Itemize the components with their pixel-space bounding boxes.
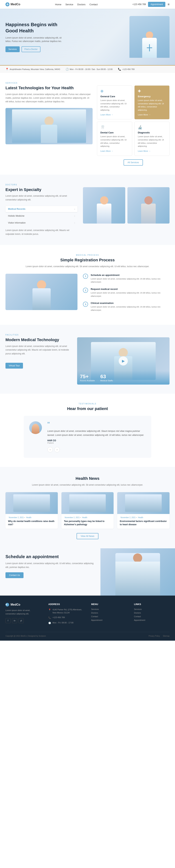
logo-text: MedCo — [10, 3, 20, 6]
view-all-button[interactable]: View All News — [77, 533, 98, 539]
news-card-0: November 2, 2021 • Health Why do mental … — [5, 492, 58, 529]
nav-link-contact[interactable]: Contact — [90, 3, 98, 6]
step-desc-2: Lorem ipsum dolor sit amet, consectetur … — [91, 291, 170, 298]
nav-phone: +123 456 789 — [132, 3, 146, 6]
menu-icon[interactable]: ≡ — [168, 3, 170, 6]
contact-us-button[interactable]: Contact Us — [5, 572, 24, 578]
all-services-button[interactable]: All Services — [124, 159, 143, 165]
news-meta-1: November 2, 2021 • Health — [64, 517, 111, 519]
news-image-0 — [5, 492, 58, 514]
diagnostic-learn-more[interactable]: Learn More → — [138, 150, 151, 152]
footer-logo-text: MedCo — [10, 603, 20, 606]
doctor-image-2 — [127, 187, 170, 223]
prev-testimonial[interactable]: ‹ — [47, 447, 53, 452]
linkedin-icon[interactable]: in — [12, 618, 17, 623]
footer-link-doctors[interactable]: Doctors — [134, 612, 170, 614]
emergency-title: Emergency — [138, 95, 166, 98]
nav-link-doctors[interactable]: Doctors — [77, 3, 85, 6]
tab-visitor-info[interactable]: Visitor Information › — [5, 220, 77, 226]
footer-sitemap-link[interactable]: Sitemap — [163, 635, 170, 637]
stat-rooms-label: Rooms Available — [80, 379, 95, 382]
tab-holistic-medicine[interactable]: Holistic Medicine › — [5, 213, 77, 219]
general-care-learn-more[interactable]: Learn More → — [100, 114, 113, 116]
step-number-3: 3 — [83, 302, 88, 307]
footer-menu-label: MENU — [91, 603, 127, 606]
news-desc: Lorem ipsum dolor sit amet, consectetur … — [5, 483, 170, 487]
footer-menu-contact[interactable]: Contact — [91, 615, 127, 618]
news-section: Health News Lorem ipsum dolor sit amet, … — [0, 467, 175, 548]
stat-staff-num: 63 — [100, 374, 113, 379]
next-testimonial[interactable]: › — [54, 447, 60, 452]
facebook-icon[interactable]: f — [5, 618, 10, 623]
footer-logo: MedCo — [5, 603, 41, 607]
general-care-icon: ⊕ — [100, 89, 129, 93]
diagnostic-title: Diagnostic — [138, 131, 166, 134]
news-title: Health News — [5, 476, 170, 481]
specialty-tabs: Medical Records › Holistic Medicine › Vi… — [5, 206, 77, 226]
footer-link-contact[interactable]: Contact — [134, 615, 170, 618]
services-layout: Latest Technologies for Your Health Lore… — [5, 86, 170, 165]
stat-rooms: 75+ Rooms Available — [80, 374, 95, 382]
footer-menu-services[interactable]: Services — [91, 608, 127, 610]
services-desc: Lorem ipsum dolor sit amet, consectetur … — [5, 93, 93, 103]
testimonials-label: TESTIMONIALS — [5, 403, 170, 405]
step-number-1: 1 — [83, 274, 88, 279]
news-meta-0: November 2, 2021 • Health — [8, 517, 55, 519]
find-doctor-button[interactable]: Find a Doctor — [22, 46, 41, 52]
appointment-cta-desc: Lorem ipsum dolor sit amet, consectetur … — [5, 562, 95, 569]
step-content-2: Request medical record Lorem ipsum dolor… — [91, 288, 170, 298]
hero-desc: Lorem ipsum dolor sit amet, consectetur … — [5, 36, 68, 43]
news-meta-2: November 2, 2021 • Health — [120, 517, 167, 519]
dental-learn-more[interactable]: Learn More → — [100, 150, 113, 152]
services-top-row: ⊕ General Care Lorem ipsum dolor sit ame… — [97, 86, 170, 119]
nav-logo[interactable]: MedCo — [5, 2, 20, 6]
step-title-1: Schedule an appointment — [91, 274, 170, 276]
news-content-0: November 2, 2021 • Health Why do mental … — [5, 514, 58, 529]
footer-link-appointment[interactable]: Appointment — [134, 619, 170, 621]
info-address: 📍 Amphitheatre Parkway, Mountain View, C… — [5, 68, 60, 71]
appointment-doctor-img — [116, 553, 160, 595]
tab-medical-records[interactable]: Medical Records › — [5, 206, 77, 212]
footer-address-1: 📞 +123 456 789 — [48, 616, 84, 619]
news-title-0[interactable]: Why do mental health conditions raise de… — [8, 520, 55, 526]
doctor-image-1 — [83, 187, 125, 223]
virtual-tour-button[interactable]: Virtual Tour — [5, 363, 23, 369]
info-hours: 🕐 Mon - Fri 08:00 - 16:00 / Sat - Sun 08… — [66, 68, 112, 71]
dental-desc: Lorem ipsum dolor sit amet, consectetur … — [100, 135, 129, 148]
footer-menu-doctors[interactable]: Doctors — [91, 612, 127, 614]
appointment-button[interactable]: Appointment — [148, 2, 165, 7]
footer: MedCo Lorem ipsum dolor sit amet, consec… — [0, 595, 175, 641]
play-button[interactable]: ▶ — [119, 356, 128, 366]
process-title: Simple Registration Process — [5, 257, 170, 263]
services-bottom-row: 🦷 Dental Care Lorem ipsum dolor sit amet… — [97, 122, 170, 156]
stat-staff: 63 Medical Staffs — [100, 374, 113, 382]
footer-privacy-link[interactable]: Privacy Policy — [149, 635, 160, 637]
process-image — [5, 274, 77, 310]
testimonial-quote-text: Lorem ipsum dolor sit amet, consectetur … — [47, 429, 146, 437]
location-icon: 📍 — [5, 68, 8, 71]
news-title-1[interactable]: Two personality types may be linked to A… — [64, 520, 111, 526]
nav-link-home[interactable]: Home — [55, 3, 61, 6]
news-title-2[interactable]: Environmental factors significant contri… — [120, 520, 167, 526]
services-title: Latest Technologies for Your Health — [5, 86, 93, 91]
emergency-learn-more[interactable]: Learn More → — [138, 114, 151, 116]
youtube-icon[interactable]: yt — [19, 618, 24, 623]
process-desc: Lorem ipsum dolor sit amet, consectetur … — [5, 265, 170, 268]
process-steps: 1 Schedule an appointment Lorem ipsum do… — [83, 274, 170, 316]
services-button[interactable]: Services — [5, 46, 20, 52]
footer-link-services[interactable]: Services — [134, 608, 170, 610]
general-care-title: General Care — [100, 95, 129, 98]
doctors-layout: Expert in Specialty Lorem ipsum dolor si… — [5, 187, 170, 236]
doctors-title: Expert in Specialty — [5, 187, 77, 192]
footer-menu-col: MENU Services Doctors Contact Appointmen… — [91, 603, 127, 626]
appointment-image — [100, 548, 175, 595]
address-text-2: Mon - Fri: 08:00 - 17:00 — [52, 621, 73, 624]
tab-visitor-label: Visitor Information — [8, 221, 26, 224]
footer-menu-appointment[interactable]: Appointment — [91, 619, 127, 621]
address-text-0: 4140 Parker Rd, (270) Allentown, New Mex… — [52, 608, 84, 614]
tab-medical-records-label: Medical Records — [8, 208, 25, 210]
facilities-image: ▶ 75+ Rooms Available 63 Medical Staffs — [77, 337, 170, 384]
footer-logo-icon — [5, 603, 9, 607]
services-right: ⊕ General Care Lorem ipsum dolor sit ame… — [97, 86, 170, 165]
nav-link-service[interactable]: Service — [66, 3, 73, 6]
